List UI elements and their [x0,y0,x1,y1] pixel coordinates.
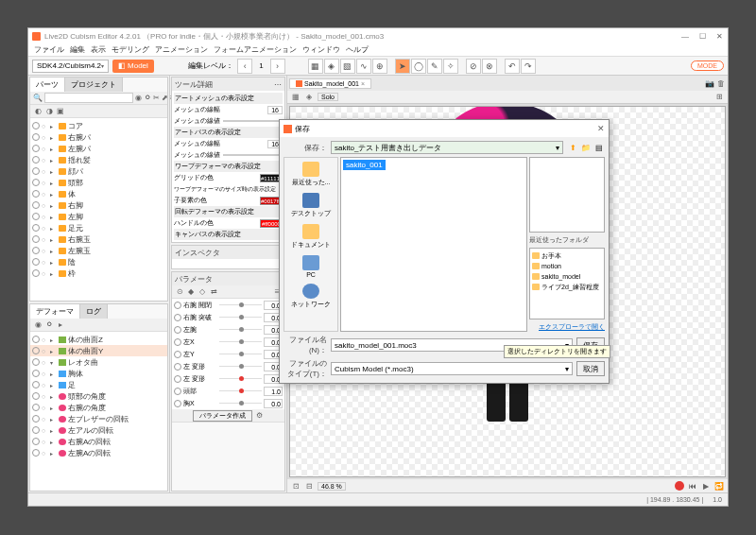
filetype-field[interactable]: Cubism Model (*.moc3) [335,365,414,373]
menu-formanim[interactable]: フォームアニメーション [212,44,299,55]
tab-project[interactable]: プロジェクト [65,78,123,92]
new-folder-icon[interactable]: 📁 [580,142,592,153]
param-toggle[interactable] [174,302,181,309]
visibility-toggle[interactable] [32,179,40,186]
opacity-slider[interactable] [223,120,280,122]
tab-log[interactable]: ログ [80,304,108,319]
expand-icon[interactable]: ▸ [50,248,57,254]
expand-icon[interactable]: ▸ [50,337,57,343]
visibility-toggle[interactable] [32,381,40,388]
tool-glue-icon[interactable]: ⊕ [372,59,387,74]
record-icon[interactable] [675,481,684,491]
side-network[interactable]: ネットワーク [291,284,331,309]
tree-row[interactable]: ○▸足 [30,379,167,390]
tree-row[interactable]: ○▸右腕パ [30,131,167,143]
tree-row[interactable]: ○▸顔パ [30,165,167,177]
tree-row[interactable]: ○▸左アルの回転 [30,424,167,436]
filter3-icon[interactable]: ▣ [56,107,65,116]
tree-row[interactable]: ○▸胸体 [30,368,167,379]
lock-toggle[interactable]: ○ [42,450,48,457]
visibility-toggle[interactable] [32,438,40,445]
param-default-icon[interactable]: ⊙ [175,287,184,297]
loop-icon[interactable]: 🔁 [714,481,724,491]
zoom-100-icon[interactable]: ⊡ [291,481,301,491]
lock-toggle[interactable]: ○ [42,393,48,400]
lock-toggle[interactable]: ○ [42,146,48,152]
tool-deform-icon[interactable]: ◈ [324,59,339,74]
trash-icon[interactable]: 🗑 [716,78,726,88]
lock-toggle[interactable]: ○ [42,123,48,129]
param-key-icon[interactable]: ◆ [186,287,196,297]
deform-tree[interactable]: ○▸体の曲面Z○▸体の曲面Y○▾レオタ曲○▸胸体○▸足○▸頭部の角度○▸右腕の角… [30,332,167,491]
visibility-toggle[interactable] [32,449,40,457]
tree-row[interactable]: ○▸陰 [30,256,167,268]
minimize-button[interactable]: — [680,32,690,41]
expand-icon[interactable]: ▸ [50,382,57,388]
tree-row[interactable]: ○▸足元 [30,222,167,233]
filter2-icon[interactable]: ◑ [44,107,54,116]
show-deform-icon[interactable]: ◈ [304,93,314,102]
cancel-button[interactable]: 取消 [576,361,605,376]
expand-icon[interactable]: ▸ [50,416,57,423]
side-desktop[interactable]: デスクトップ [291,193,331,218]
tree-row[interactable]: ○▸揺れ髪 [30,154,167,165]
lock-toggle[interactable]: ○ [42,134,48,141]
tree-row[interactable]: ○▸左脚 [30,211,167,222]
menu-edit[interactable]: 編集 [68,44,87,55]
menu-window[interactable]: ウィンドウ [301,44,342,55]
tree-row[interactable]: ○▸頭部 [30,177,167,188]
chevron-down-icon[interactable]: ▾ [556,144,559,152]
param-row[interactable]: 左腕0.0 [172,323,284,336]
expand-icon[interactable]: ▸ [50,123,57,129]
lock-toggle[interactable]: ○ [42,259,48,266]
open-explorer-link[interactable]: エクスプローラで開く [529,322,605,332]
visibility-toggle[interactable] [32,133,40,141]
show-mesh-icon[interactable]: ▦ [291,93,301,102]
filename-field[interactable]: sakito_model_001.moc3 [335,341,417,350]
visibility-toggle[interactable] [32,247,40,254]
expand-icon[interactable]: ▸ [50,259,57,266]
create-param-button[interactable]: パラメータ作成 [193,410,252,422]
param-slider[interactable] [219,375,262,382]
menu-help[interactable]: ヘルプ [344,44,370,55]
param-slider[interactable] [219,351,262,357]
lock-toggle[interactable]: ○ [42,225,48,232]
param-toggle[interactable] [174,400,181,407]
grid-icon[interactable]: ⊞ [714,93,724,102]
expand-icon[interactable]: ▸ [50,202,57,209]
level-down-button[interactable]: ‹ [237,59,252,74]
expand-icon[interactable]: ▾ [50,359,57,366]
visibility-toggle[interactable] [32,213,40,220]
clip-icon[interactable]: ✂ [153,94,160,103]
visibility-toggle[interactable] [32,190,40,198]
visibility-toggle[interactable] [32,156,40,164]
def-lock-icon[interactable]: ⭘ [44,320,54,330]
param-row[interactable]: 左Y0.0 [172,348,284,360]
tree-row[interactable]: ○▸体の曲面Y [30,345,167,356]
tool-curve-icon[interactable]: ∿ [356,59,371,74]
link-icon[interactable]: ⬈ [162,94,168,103]
param-toggle[interactable] [174,326,181,334]
visibility-toggle[interactable] [32,235,40,243]
tree-row[interactable]: ○▸コア [30,120,167,131]
lock-toggle[interactable]: ○ [42,416,48,423]
prev-frame-icon[interactable]: ⏮ [688,481,697,491]
tree-row[interactable]: ○▸体の曲面Z [30,334,167,345]
filter1-icon[interactable]: ◐ [33,107,43,116]
def-expand-icon[interactable]: ▸ [56,320,65,330]
file-list[interactable]: sakito_001 [340,157,527,332]
tool-undo-icon[interactable]: ↶ [505,59,520,74]
lock-toggle[interactable]: ○ [42,236,48,243]
expand-icon[interactable]: ▸ [50,371,57,377]
expand-icon[interactable]: ▸ [50,146,57,152]
chevron-down-icon[interactable]: ▾ [565,365,569,373]
lock-toggle[interactable]: ○ [42,348,48,354]
param-slider[interactable] [219,400,262,406]
recent-folders-list[interactable]: お手本motionsakito_modelライブ2d_練習程度 [529,248,605,319]
dialog-close-button[interactable]: ✕ [597,124,605,133]
visibility-toggle[interactable] [32,269,40,277]
canvas-tab[interactable]: Sakito_model_001 × [289,78,371,89]
tool-path-icon[interactable]: ✧ [443,59,458,74]
expand-icon[interactable]: ▸ [50,214,57,220]
close-tab-icon[interactable]: × [361,80,365,87]
